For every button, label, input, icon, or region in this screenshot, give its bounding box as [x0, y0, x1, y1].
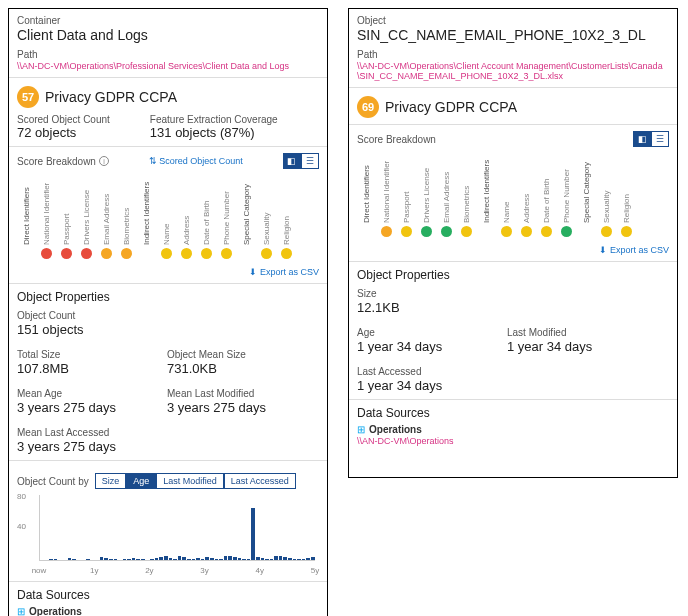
breakdown-item[interactable]: Religion [617, 153, 635, 237]
chart-bar [68, 558, 72, 560]
properties-section: Object Properties Size12.1KBAge1 year 34… [349, 262, 677, 400]
chart-bar [261, 558, 265, 560]
export-csv-button[interactable]: ⬇ Export as CSV [249, 267, 319, 277]
chart-bar [104, 558, 108, 560]
chart-bar [164, 556, 168, 560]
chart-bar [173, 559, 177, 561]
breakdown-item[interactable]: Phone Number [557, 153, 575, 237]
breakdown-item[interactable]: Biometrics [457, 153, 475, 237]
chart-bar [293, 559, 297, 561]
heatmap-mode-button[interactable]: ◧ [283, 153, 301, 169]
page-title: Client Data and Logs [17, 27, 319, 43]
breakdown-item[interactable]: Address [177, 175, 195, 259]
breakdown-item[interactable]: Email Address [97, 175, 115, 259]
chart-bar [150, 559, 154, 561]
breakdown-item[interactable]: Name [497, 153, 515, 237]
chart-bar [201, 559, 205, 561]
property-item: Total Size107.8MB [17, 349, 127, 376]
breakdown-item[interactable]: Sexuality [597, 153, 615, 237]
sort-button[interactable]: ⇅ Scored Object Count [149, 156, 243, 166]
chart-bar [228, 556, 232, 561]
breakdown-item[interactable]: Drivers License [417, 153, 435, 237]
score-section: 69 Privacy GDPR CCPA [349, 88, 677, 125]
data-sources-section: Data Sources ⊞ Operations \\AN-DC-VM\Ope… [9, 582, 327, 616]
breakdown-item[interactable]: Drivers License [77, 175, 95, 259]
type-label: Object [357, 15, 669, 26]
property-item: Mean Age3 years 275 days [17, 388, 127, 415]
property-item: Mean Last Modified3 years 275 days [167, 388, 277, 415]
breakdown-item[interactable]: Passport [397, 153, 415, 237]
chart-bar [283, 557, 287, 560]
property-item: Last Accessed1 year 34 days [357, 366, 467, 393]
chart-bar [279, 556, 283, 560]
count-by-last-accessed-button[interactable]: Last Accessed [224, 473, 296, 489]
breakdown-section: Score Breakdown ◧ ☰ Direct IdentifiersNa… [349, 125, 677, 262]
chart-bar [114, 559, 118, 560]
property-item: Size12.1KB [357, 288, 467, 315]
list-mode-button[interactable]: ☰ [301, 153, 319, 169]
breakdown-item[interactable]: Passport [57, 175, 75, 259]
group-label: Indirect Identifiers [137, 175, 155, 259]
chart-bar [141, 559, 145, 560]
page-title: SIN_CC_NAME_EMAIL_PHONE_10X2_3_DL [357, 27, 669, 43]
count-by-age-button[interactable]: Age [126, 473, 156, 489]
count-by-section: Object Count by SizeAgeLast ModifiedLast… [9, 461, 327, 582]
data-source-path[interactable]: \\AN-DC-VM\Operations [357, 436, 669, 446]
chart-bar [100, 557, 104, 560]
chart-bar [159, 557, 163, 560]
group-label: Special Category [237, 175, 255, 259]
chart-bar [270, 559, 274, 560]
chart-bar [182, 557, 186, 560]
breakdown-item[interactable]: Phone Number [217, 175, 235, 259]
count-by-size-button[interactable]: Size [95, 473, 127, 489]
breakdown-label: Score Breakdown [17, 156, 96, 167]
list-mode-button[interactable]: ☰ [651, 131, 669, 147]
breakdown-item[interactable]: Address [517, 153, 535, 237]
chart-bar [72, 559, 76, 561]
view-mode-toggle: ◧ ☰ [633, 131, 669, 147]
chart-bar [311, 557, 315, 560]
chart-bar [297, 559, 301, 560]
count-by-last-modified-button[interactable]: Last Modified [156, 473, 224, 489]
type-label: Container [17, 15, 319, 26]
chart-bar [219, 559, 223, 560]
chart-bar [233, 557, 237, 560]
chart-bar [224, 556, 228, 560]
header-section: Container Client Data and Logs Path \\AN… [9, 9, 327, 78]
path-link[interactable]: \\AN-DC-VM\Operations\Professional Servi… [17, 61, 319, 71]
breakdown-item[interactable]: National Identifier [37, 175, 55, 259]
data-sources-title: Data Sources [17, 588, 319, 602]
chart-bar [136, 559, 140, 561]
breakdown-item[interactable]: Sexuality [257, 175, 275, 259]
breakdown-item[interactable]: Biometrics [117, 175, 135, 259]
group-label: Direct Identifiers [17, 175, 35, 259]
data-source-name: Operations [29, 606, 82, 616]
data-source-name: Operations [369, 424, 422, 435]
chart-bar [127, 559, 131, 560]
container-panel: Container Client Data and Logs Path \\AN… [8, 8, 328, 616]
scored-objects-label: Scored Object Count [17, 114, 110, 125]
breakdown-dots: Direct IdentifiersNational IdentifierPas… [357, 151, 669, 237]
info-icon[interactable]: i [99, 156, 109, 166]
chart-bar [251, 508, 255, 561]
breakdown-item[interactable]: Religion [277, 175, 295, 259]
chart-bar [306, 558, 310, 560]
properties-title: Object Properties [17, 290, 319, 304]
breakdown-item[interactable]: National Identifier [377, 153, 395, 237]
chart-bar [187, 559, 191, 561]
breakdown-item[interactable]: Date of Birth [537, 153, 555, 237]
windows-icon: ⊞ [357, 424, 365, 435]
breakdown-dots: Direct IdentifiersNational IdentifierPas… [17, 173, 319, 259]
chart-bar [86, 559, 90, 560]
breakdown-item[interactable]: Name [157, 175, 175, 259]
path-label: Path [17, 49, 319, 60]
score-section: 57 Privacy GDPR CCPA Scored Object Count… [9, 78, 327, 147]
heatmap-mode-button[interactable]: ◧ [633, 131, 651, 147]
breakdown-item[interactable]: Date of Birth [197, 175, 215, 259]
export-csv-button[interactable]: ⬇ Export as CSV [599, 245, 669, 255]
feature-coverage-label: Feature Extraction Coverage [150, 114, 278, 125]
chart-bar [242, 559, 246, 561]
download-icon: ⬇ [599, 245, 607, 255]
breakdown-item[interactable]: Email Address [437, 153, 455, 237]
path-link[interactable]: \\AN-DC-VM\Operations\Client Account Man… [357, 61, 669, 81]
